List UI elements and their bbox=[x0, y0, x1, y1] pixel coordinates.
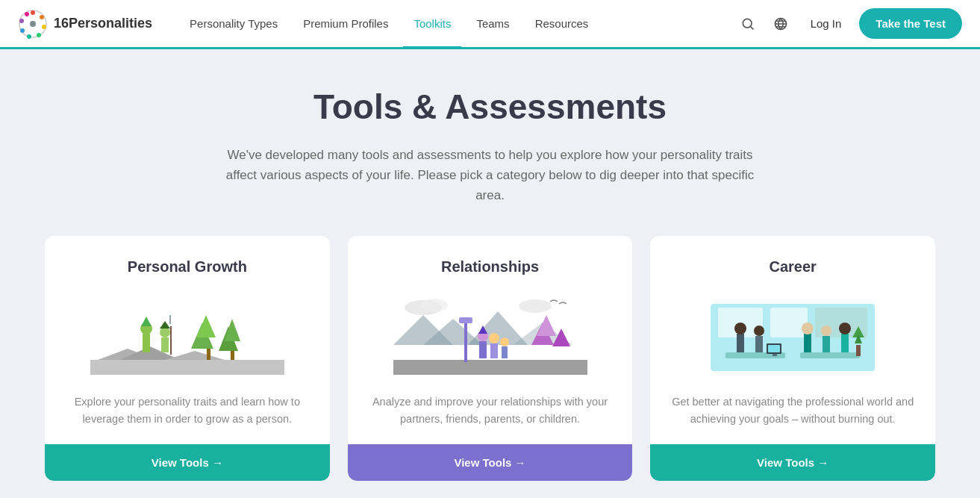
card-title-personal-growth: Personal Growth bbox=[128, 258, 247, 276]
svg-point-5 bbox=[27, 34, 31, 39]
svg-rect-73 bbox=[773, 354, 777, 356]
globe-icon bbox=[773, 16, 788, 31]
svg-rect-22 bbox=[231, 351, 234, 360]
personal-growth-illustration bbox=[66, 289, 309, 379]
main-content: Tools & Assessments We've developed many… bbox=[0, 49, 980, 498]
svg-point-61 bbox=[754, 326, 764, 336]
svg-marker-45 bbox=[490, 343, 498, 358]
career-illustration bbox=[671, 289, 914, 379]
svg-marker-26 bbox=[161, 337, 169, 352]
svg-rect-57 bbox=[800, 352, 860, 358]
svg-rect-36 bbox=[393, 360, 587, 375]
svg-rect-37 bbox=[464, 319, 467, 362]
nav-premium-profiles[interactable]: Premium Profiles bbox=[293, 1, 399, 46]
relationships-card: Relationships bbox=[348, 236, 633, 481]
svg-rect-68 bbox=[856, 345, 861, 356]
navbar: 16Personalities Personality Types Premiu… bbox=[0, 0, 980, 49]
logo-text: 16Personalities bbox=[54, 16, 152, 31]
card-desc-relationships: Analyze and improve your relationships w… bbox=[369, 393, 612, 428]
svg-marker-18 bbox=[196, 315, 216, 337]
personal-growth-view-tools-button[interactable]: View Tools → bbox=[45, 444, 330, 481]
logo-link[interactable]: 16Personalities bbox=[18, 9, 152, 39]
svg-rect-54 bbox=[770, 308, 808, 337]
svg-point-46 bbox=[489, 333, 499, 343]
svg-point-59 bbox=[734, 323, 746, 334]
svg-point-7 bbox=[19, 19, 24, 23]
svg-point-50 bbox=[421, 299, 448, 312]
svg-point-1 bbox=[31, 10, 35, 15]
take-test-button[interactable]: Take the Test bbox=[859, 8, 962, 39]
svg-marker-16 bbox=[165, 351, 225, 360]
svg-marker-13 bbox=[90, 360, 284, 375]
svg-marker-47 bbox=[502, 346, 508, 358]
nav-right: Log In Take the Test bbox=[736, 8, 962, 39]
svg-point-65 bbox=[821, 326, 831, 336]
svg-marker-42 bbox=[479, 341, 487, 358]
svg-marker-58 bbox=[737, 334, 744, 352]
career-card: Career bbox=[650, 236, 935, 481]
nav-personality-types[interactable]: Personality Types bbox=[179, 1, 288, 46]
card-desc-personal-growth: Explore your personality traits and lear… bbox=[66, 393, 309, 428]
logo-icon bbox=[18, 9, 48, 39]
svg-point-9 bbox=[30, 21, 36, 27]
svg-point-51 bbox=[519, 299, 552, 313]
card-desc-career: Get better at navigating the professiona… bbox=[671, 393, 914, 428]
svg-line-11 bbox=[751, 26, 754, 29]
relationships-view-tools-button[interactable]: View Tools → bbox=[348, 444, 633, 481]
svg-point-67 bbox=[839, 323, 851, 334]
cards-container: Personal Growth bbox=[0, 236, 980, 481]
svg-marker-66 bbox=[841, 334, 849, 352]
svg-marker-62 bbox=[804, 334, 811, 352]
search-icon bbox=[740, 16, 755, 31]
career-view-tools-button[interactable]: View Tools → bbox=[650, 444, 935, 481]
svg-marker-28 bbox=[160, 321, 170, 329]
svg-marker-20 bbox=[224, 319, 240, 341]
svg-point-10 bbox=[743, 19, 752, 28]
hero-subtitle: We've developed many tools and assessmen… bbox=[222, 145, 759, 206]
svg-point-63 bbox=[802, 323, 814, 334]
nav-links: Personality Types Premium Profiles Toolk… bbox=[179, 1, 736, 46]
search-button[interactable] bbox=[736, 13, 760, 34]
svg-point-4 bbox=[37, 33, 41, 37]
nav-teams[interactable]: Teams bbox=[466, 1, 519, 46]
svg-point-6 bbox=[20, 28, 25, 33]
svg-rect-38 bbox=[459, 317, 472, 323]
login-button[interactable]: Log In bbox=[802, 13, 851, 34]
nav-toolkits[interactable]: Toolkits bbox=[403, 1, 461, 49]
svg-marker-64 bbox=[823, 336, 830, 352]
svg-marker-25 bbox=[141, 317, 152, 326]
svg-rect-29 bbox=[170, 326, 172, 355]
svg-point-48 bbox=[500, 337, 509, 346]
svg-marker-23 bbox=[143, 334, 150, 352]
svg-marker-30 bbox=[169, 315, 171, 324]
language-button[interactable] bbox=[769, 13, 793, 34]
svg-marker-60 bbox=[755, 336, 763, 352]
personal-growth-card: Personal Growth bbox=[45, 236, 330, 481]
page-title: Tools & Assessments bbox=[30, 87, 950, 127]
relationships-illustration bbox=[369, 289, 612, 379]
svg-point-3 bbox=[42, 25, 46, 29]
hero-section: Tools & Assessments We've developed many… bbox=[0, 49, 980, 236]
svg-point-8 bbox=[25, 12, 29, 16]
nav-resources[interactable]: Resources bbox=[525, 1, 599, 46]
card-title-career: Career bbox=[769, 258, 816, 276]
svg-point-2 bbox=[40, 15, 44, 19]
card-title-relationships: Relationships bbox=[441, 258, 539, 276]
svg-point-27 bbox=[160, 327, 170, 337]
svg-rect-72 bbox=[768, 345, 780, 352]
svg-rect-21 bbox=[207, 349, 210, 360]
